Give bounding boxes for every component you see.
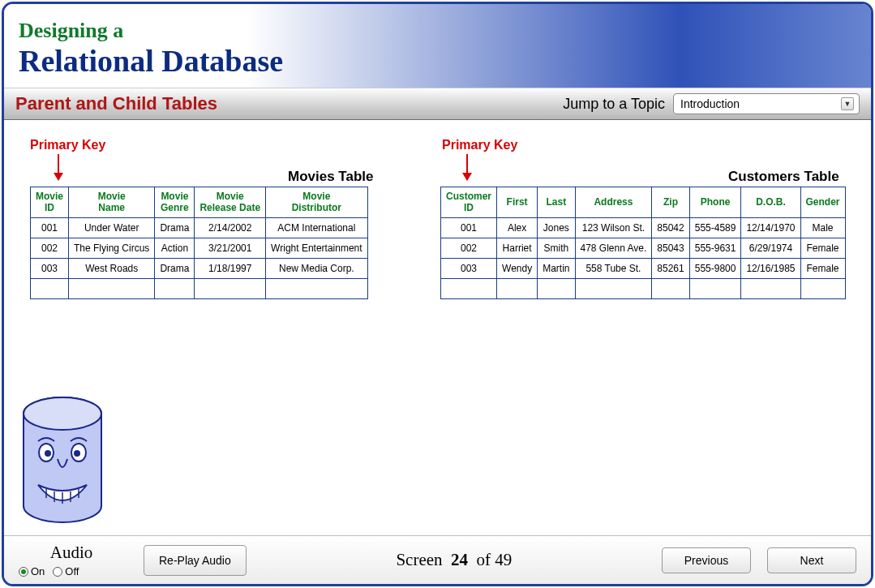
table-row bbox=[31, 278, 368, 298]
table-cell: Smith bbox=[538, 238, 575, 258]
table-cell: Female bbox=[800, 258, 845, 278]
table-cell: Under Water bbox=[69, 217, 155, 238]
radio-icon bbox=[53, 567, 62, 577]
audio-label: Audio bbox=[19, 543, 124, 563]
table-cell: 3/21/2001 bbox=[195, 238, 266, 258]
audio-on-radio[interactable]: On bbox=[19, 565, 45, 577]
column-header: First bbox=[497, 187, 538, 218]
primary-key-label-right: Primary Key bbox=[442, 138, 517, 152]
table-cell: The Flying Circus bbox=[69, 238, 155, 258]
table-cell: 2/14/2002 bbox=[195, 217, 266, 238]
table-cell: 1/18/1997 bbox=[195, 258, 266, 278]
database-mascot-icon bbox=[14, 394, 111, 526]
table-cell: 003 bbox=[31, 258, 69, 278]
table-row: 003WendyMartin558 Tube St.85261555-98001… bbox=[441, 258, 846, 278]
jump-topic-select[interactable]: Introduction ▼ bbox=[673, 93, 860, 114]
table-cell: 558 Tube St. bbox=[575, 258, 652, 278]
table-cell: Alex bbox=[497, 217, 538, 238]
table-cell: Harriet bbox=[497, 238, 538, 258]
previous-button[interactable]: Previous bbox=[662, 547, 751, 573]
topic-bar: Parent and Child Tables Jump to a Topic … bbox=[4, 88, 871, 120]
column-header: MovieRelease Date bbox=[195, 187, 266, 218]
movies-table: MovieIDMovieNameMovieGenreMovieRelease D… bbox=[30, 187, 368, 299]
footer-bar: Audio On Off Re-Play Audio Screen 24 of … bbox=[4, 535, 871, 584]
table-cell: 003 bbox=[441, 258, 497, 278]
column-header: MovieName bbox=[69, 187, 155, 218]
table-cell: Wendy bbox=[497, 258, 538, 278]
next-button[interactable]: Next bbox=[767, 547, 856, 573]
column-header: MovieID bbox=[31, 187, 69, 218]
table-cell: Male bbox=[800, 217, 845, 238]
table-row: 001Under WaterDrama2/14/2002ACM Internat… bbox=[31, 217, 368, 238]
customers-table: CustomerIDFirstLastAddressZipPhoneD.O.B.… bbox=[440, 187, 846, 299]
topic-title: Parent and Child Tables bbox=[15, 93, 217, 114]
svg-point-3 bbox=[45, 450, 51, 457]
arrow-down-icon bbox=[58, 154, 59, 180]
screen-indicator: Screen 24 of 49 bbox=[247, 550, 662, 570]
table-cell: 85043 bbox=[652, 238, 689, 258]
table-cell: 6/29/1974 bbox=[741, 238, 800, 258]
table-cell: West Roads bbox=[69, 258, 155, 278]
table-cell: Jones bbox=[538, 217, 575, 238]
column-header: Phone bbox=[689, 187, 741, 218]
column-header: Zip bbox=[652, 187, 689, 218]
table-cell: 85261 bbox=[652, 258, 689, 278]
svg-point-1 bbox=[24, 397, 101, 430]
customers-table-title: Customers Table bbox=[728, 169, 839, 185]
table-cell: 001 bbox=[441, 217, 497, 238]
table-cell: Female bbox=[800, 238, 845, 258]
table-cell: Wright Entertainment bbox=[266, 238, 368, 258]
movies-table-title: Movies Table bbox=[288, 169, 374, 185]
table-cell: 555-9800 bbox=[689, 258, 741, 278]
chevron-down-icon: ▼ bbox=[841, 97, 854, 110]
column-header: D.O.B. bbox=[741, 187, 800, 218]
primary-key-label-left: Primary Key bbox=[30, 138, 105, 152]
table-cell: 12/16/1985 bbox=[741, 258, 800, 278]
column-header: Address bbox=[575, 187, 652, 218]
arrow-down-icon bbox=[466, 154, 468, 180]
table-row: 003West RoadsDrama1/18/1997New Media Cor… bbox=[31, 258, 368, 278]
column-header: MovieDistributor bbox=[266, 187, 368, 218]
radio-icon bbox=[19, 567, 28, 577]
audio-off-radio[interactable]: Off bbox=[53, 565, 79, 577]
column-header: Gender bbox=[800, 187, 845, 218]
table-cell: 555-4589 bbox=[689, 217, 741, 238]
table-cell: New Media Corp. bbox=[266, 258, 368, 278]
column-header: Last bbox=[538, 187, 575, 218]
jump-label: Jump to a Topic bbox=[563, 96, 665, 113]
replay-audio-button[interactable]: Re-Play Audio bbox=[144, 545, 247, 576]
table-cell: 123 Wilson St. bbox=[575, 217, 652, 238]
header: Designing a Relational Database bbox=[4, 4, 871, 88]
table-cell: 002 bbox=[31, 238, 69, 258]
jump-selected-value: Introduction bbox=[680, 97, 740, 110]
table-cell: 85042 bbox=[652, 217, 689, 238]
table-cell: 478 Glenn Ave. bbox=[575, 238, 652, 258]
table-row bbox=[441, 278, 846, 298]
table-cell: Drama bbox=[155, 217, 195, 238]
table-cell: Action bbox=[155, 238, 195, 258]
table-cell: 555-9631 bbox=[689, 238, 741, 258]
table-row: 002HarrietSmith478 Glenn Ave.85043555-96… bbox=[441, 238, 846, 258]
title-line1: Designing a bbox=[19, 19, 856, 43]
content-area: Primary Key Primary Key Movies Table Cus… bbox=[4, 120, 871, 530]
svg-point-5 bbox=[74, 450, 80, 457]
column-header: CustomerID bbox=[441, 187, 497, 218]
table-cell: Martin bbox=[538, 258, 575, 278]
table-row: 001AlexJones123 Wilson St.85042555-45891… bbox=[441, 217, 846, 238]
table-cell: 12/14/1970 bbox=[741, 217, 800, 238]
table-cell: 001 bbox=[31, 217, 69, 238]
table-cell: ACM International bbox=[266, 217, 368, 238]
table-cell: 002 bbox=[441, 238, 497, 258]
title-line2: Relational Database bbox=[19, 43, 856, 79]
table-row: 002The Flying CircusAction3/21/2001Wrigh… bbox=[31, 238, 368, 258]
table-cell: Drama bbox=[155, 258, 195, 278]
column-header: MovieGenre bbox=[155, 187, 195, 218]
